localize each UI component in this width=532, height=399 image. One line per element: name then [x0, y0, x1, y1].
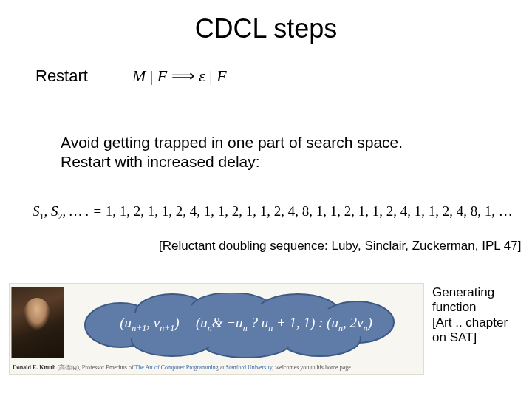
restart-label: Restart: [35, 66, 88, 86]
para-line-2: Restart with increased delay:: [61, 152, 403, 171]
para-line-1: Avoid getting trapped in one part of sea…: [61, 133, 403, 152]
restart-rule-row: Restart M | F ⟹ ε | F: [35, 66, 227, 86]
description-paragraph: Avoid getting trapped in one part of sea…: [61, 133, 403, 172]
knuth-caption: Donald E. Knuth (高德纳), Professor Emeritu…: [13, 364, 352, 372]
cloud-formula: (un+1, vn+1) = (un& −un ? un + 1, 1) : (…: [98, 315, 394, 334]
side-note-line: [Art .. chapter: [432, 316, 525, 330]
side-note-line: on SAT]: [432, 330, 525, 345]
side-note-line: function: [432, 300, 525, 315]
side-note-line: Generating: [432, 285, 525, 300]
slide-title: CDCL steps: [0, 13, 532, 44]
sequence-citation: [Reluctant doubling sequence: Luby, Sinc…: [159, 239, 521, 253]
knuth-portrait: [11, 287, 64, 358]
knuth-panel: (un+1, vn+1) = (un& −un ? un + 1, 1) : (…: [9, 283, 424, 375]
restart-formula: M | F ⟹ ε | F: [132, 66, 227, 86]
sequence-values: 1, 1, 2, 1, 1, 2, 4, 1, 1, 2, 1, 1, 2, 4…: [102, 203, 513, 219]
thought-cloud: (un+1, vn+1) = (un& −un ? un + 1, 1) : (…: [76, 293, 409, 358]
side-note: Generating function [Art .. chapter on S…: [432, 285, 525, 346]
luby-sequence: S1, S2, … . = 1, 1, 2, 1, 1, 2, 4, 1, 1,…: [33, 203, 513, 222]
